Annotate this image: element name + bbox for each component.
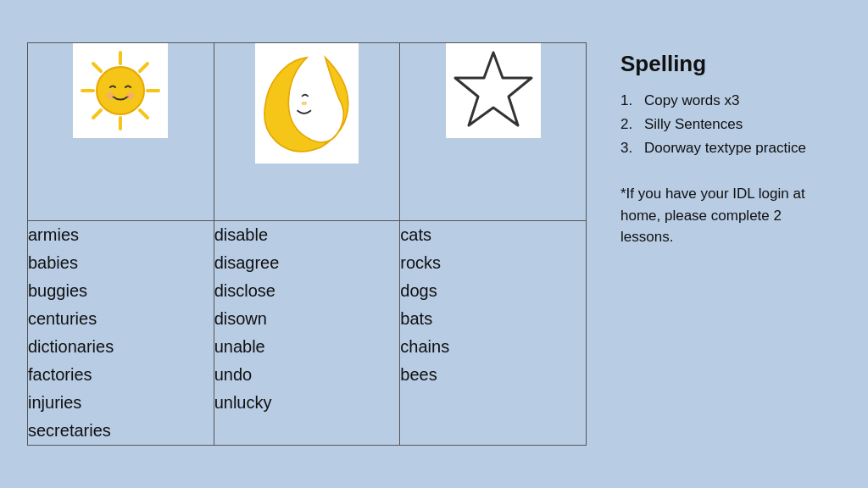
image-row [28,43,587,221]
moon-icon [260,48,353,158]
word-chains: chains [400,333,586,361]
svg-point-11 [301,102,307,105]
word-armies: armies [28,221,214,249]
svg-line-5 [140,110,147,118]
word-disown: disown [214,305,400,333]
svg-marker-12 [455,53,531,125]
word-injuries: injuries [28,389,214,417]
right-panel: Spelling Copy words x3 Silly Sentences D… [620,42,841,248]
word-cats: cats [400,221,586,249]
moon-image-wrapper [255,43,359,164]
svg-point-9 [107,92,114,99]
main-container: armies babies buggies centuries dictiona… [27,25,841,463]
word-factories: factories [28,361,214,389]
svg-line-4 [93,64,101,71]
sun-cell [28,43,214,221]
word-rocks: rocks [400,249,586,277]
svg-line-7 [93,110,101,118]
svg-line-6 [140,64,147,71]
col2-words-cell: disable disagree disclose disown unable … [214,221,400,446]
star-icon [451,48,536,133]
word-unable: unable [214,333,400,361]
spelling-item-2: Silly Sentences [620,114,841,135]
col1-words-cell: armies babies buggies centuries dictiona… [28,221,214,446]
star-cell [400,43,587,221]
spelling-item-3-text: Doorway textype practice [644,138,806,158]
spelling-title: Spelling [620,51,841,77]
spelling-item-2-text: Silly Sentences [644,114,743,135]
spelling-table: armies babies buggies centuries dictiona… [27,42,587,446]
word-unlucky: unlucky [214,389,400,417]
sun-image-wrapper [73,43,168,138]
word-disagree: disagree [214,249,400,277]
spelling-item-3: Doorway textype practice [620,138,841,158]
star-image-wrapper [446,43,541,138]
col3-words-cell: cats rocks dogs bats chains bees [400,221,587,446]
word-buggies: buggies [28,277,214,305]
word-secretaries: secretaries [28,417,214,445]
word-undo: undo [214,361,400,389]
word-bees: bees [400,361,586,389]
word-dogs: dogs [400,277,586,305]
table-section: armies babies buggies centuries dictiona… [27,42,587,446]
sun-icon [78,48,163,133]
spelling-item-1-text: Copy words x3 [644,91,739,111]
word-babies: babies [28,249,214,277]
svg-point-8 [97,67,144,114]
svg-point-10 [127,92,134,99]
word-bats: bats [400,305,586,333]
word-disclose: disclose [214,277,400,305]
spelling-item-1: Copy words x3 [620,91,841,111]
word-centuries: centuries [28,305,214,333]
word-disable: disable [214,221,400,249]
moon-cell [214,43,400,221]
words-row: armies babies buggies centuries dictiona… [28,221,587,446]
idl-note: *If you have your IDL login at home, ple… [620,183,824,248]
spelling-list: Copy words x3 Silly Sentences Doorway te… [620,91,841,158]
word-dictionaries: dictionaries [28,333,214,361]
